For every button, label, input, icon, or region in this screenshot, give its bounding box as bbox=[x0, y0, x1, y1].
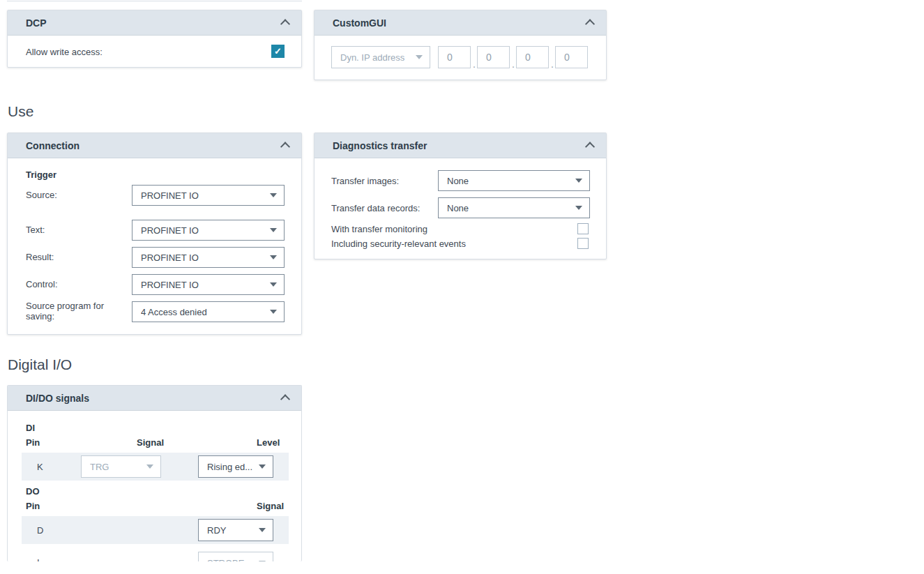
device-settings-page: DCP Allow write access: ✓ CustomGUI Dyn.… bbox=[0, 0, 924, 574]
do-row-pin: D bbox=[37, 525, 43, 536]
control-dropdown[interactable]: PROFINET IO bbox=[132, 274, 285, 295]
source-label: Source: bbox=[26, 190, 57, 200]
dido-panel-title: DI/DO signals bbox=[26, 393, 89, 404]
text-label: Text: bbox=[26, 225, 45, 235]
source-program-value: 4 Access denied bbox=[141, 307, 264, 317]
di-col-pin: Pin bbox=[26, 437, 40, 448]
di-level-dropdown[interactable]: Rising ed... bbox=[198, 455, 273, 478]
source-program-dropdown[interactable]: 4 Access denied bbox=[132, 301, 285, 322]
ip-mode-value: Dyn. IP address bbox=[340, 52, 410, 63]
security-events-label: Including security-relevant events bbox=[331, 239, 466, 249]
do-group-label: DO bbox=[26, 486, 40, 497]
chevron-down-icon bbox=[575, 206, 582, 210]
chevron-down-icon bbox=[270, 193, 277, 197]
ip-dot-separator: . bbox=[512, 59, 515, 70]
dcp-panel: DCP Allow write access: ✓ bbox=[7, 10, 302, 68]
customgui-panel: CustomGUI Dyn. IP address 0 . 0 . 0 . 0 bbox=[314, 10, 607, 80]
transfer-monitoring-label: With transfer monitoring bbox=[331, 224, 427, 234]
do-col-signal: Signal bbox=[257, 501, 284, 511]
dido-panel-body: DI Pin Signal Level K TRG Rising ed... D… bbox=[8, 411, 301, 561]
di-col-level: Level bbox=[257, 437, 280, 448]
collapse-chevron-up-icon[interactable] bbox=[280, 19, 290, 29]
use-section-heading: Use bbox=[8, 103, 33, 120]
dido-signals-panel: DI/DO signals DI Pin Signal Level K TRG … bbox=[7, 385, 302, 561]
di-signal-dropdown[interactable]: TRG bbox=[81, 455, 161, 478]
trigger-group-label: Trigger bbox=[26, 169, 56, 180]
customgui-panel-header[interactable]: CustomGUI bbox=[315, 10, 606, 36]
chevron-down-icon bbox=[259, 528, 266, 532]
diagnostics-panel-header[interactable]: Diagnostics transfer bbox=[315, 133, 606, 158]
customgui-panel-body: Dyn. IP address 0 . 0 . 0 . 0 bbox=[315, 36, 606, 80]
di-level-value: Rising ed... bbox=[207, 462, 253, 472]
transfer-data-records-dropdown[interactable]: None bbox=[438, 197, 590, 218]
do-signal-value: STROBE bbox=[207, 558, 253, 562]
diagnostics-panel-body: Transfer images: None Transfer data reco… bbox=[315, 158, 606, 259]
di-group-label: DI bbox=[26, 423, 35, 433]
source-value: PROFINET IO bbox=[141, 190, 264, 201]
chevron-down-icon bbox=[270, 282, 277, 287]
do-col-pin: Pin bbox=[26, 501, 40, 511]
ip-octet-4-input[interactable]: 0 bbox=[555, 46, 588, 68]
chevron-down-icon bbox=[270, 228, 277, 232]
source-dropdown[interactable]: PROFINET IO bbox=[132, 185, 285, 206]
clipped-panel-above-edge bbox=[7, 0, 302, 1]
di-signal-value: TRG bbox=[90, 462, 141, 472]
dcp-panel-title: DCP bbox=[26, 17, 47, 29]
chevron-down-icon bbox=[259, 561, 266, 561]
customgui-panel-title: CustomGUI bbox=[333, 17, 386, 29]
source-program-label: Source program for saving: bbox=[26, 301, 129, 322]
chevron-down-icon bbox=[146, 465, 153, 469]
do-signal-dropdown[interactable]: STROBE bbox=[198, 552, 273, 561]
result-label: Result: bbox=[26, 252, 54, 262]
dcp-panel-header[interactable]: DCP bbox=[8, 10, 301, 36]
di-col-signal: Signal bbox=[137, 437, 164, 448]
diagnostics-transfer-panel: Diagnostics transfer Transfer images: No… bbox=[314, 133, 607, 259]
connection-panel-title: Connection bbox=[26, 140, 79, 151]
collapse-chevron-up-icon[interactable] bbox=[585, 142, 595, 151]
transfer-images-dropdown[interactable]: None bbox=[438, 170, 590, 191]
diagnostics-panel-title: Diagnostics transfer bbox=[333, 140, 427, 151]
control-label: Control: bbox=[26, 279, 58, 289]
chevron-down-icon bbox=[270, 310, 277, 314]
digital-io-section-heading: Digital I/O bbox=[8, 356, 72, 373]
allow-write-access-label: Allow write access: bbox=[26, 47, 103, 57]
ip-mode-dropdown[interactable]: Dyn. IP address bbox=[331, 46, 430, 68]
security-events-checkbox[interactable] bbox=[577, 238, 589, 249]
do-signal-value: RDY bbox=[207, 525, 253, 536]
connection-panel: Connection Trigger Source: PROFINET IO T… bbox=[7, 133, 302, 335]
do-row-pin: I bbox=[37, 557, 40, 561]
text-value: PROFINET IO bbox=[141, 225, 264, 236]
ip-dot-separator: . bbox=[473, 59, 476, 70]
di-row-pin: K bbox=[37, 462, 43, 472]
do-signal-dropdown[interactable]: RDY bbox=[198, 519, 273, 541]
text-dropdown[interactable]: PROFINET IO bbox=[132, 220, 285, 241]
result-dropdown[interactable]: PROFINET IO bbox=[132, 247, 285, 268]
dcp-panel-body: Allow write access: ✓ bbox=[8, 36, 301, 67]
collapse-chevron-up-icon[interactable] bbox=[585, 19, 595, 29]
ip-octet-3-input[interactable]: 0 bbox=[516, 46, 549, 68]
result-value: PROFINET IO bbox=[141, 252, 264, 263]
transfer-data-records-label: Transfer data records: bbox=[331, 203, 420, 213]
collapse-chevron-up-icon[interactable] bbox=[280, 142, 290, 151]
connection-panel-header[interactable]: Connection bbox=[8, 133, 301, 158]
control-value: PROFINET IO bbox=[141, 280, 264, 290]
ip-octet-2-input[interactable]: 0 bbox=[477, 46, 510, 68]
transfer-data-records-value: None bbox=[447, 203, 570, 213]
chevron-down-icon bbox=[259, 465, 266, 469]
collapse-chevron-up-icon[interactable] bbox=[280, 394, 290, 404]
ip-dot-separator: . bbox=[551, 59, 554, 70]
allow-write-access-checkbox[interactable]: ✓ bbox=[271, 45, 285, 58]
chevron-down-icon bbox=[270, 255, 277, 259]
checkmark-icon: ✓ bbox=[274, 46, 282, 56]
chevron-down-icon bbox=[575, 179, 582, 183]
transfer-images-label: Transfer images: bbox=[331, 176, 399, 186]
connection-panel-body: Trigger Source: PROFINET IO Text: PROFIN… bbox=[8, 158, 301, 334]
ip-octet-1-input[interactable]: 0 bbox=[438, 46, 471, 68]
dido-panel-header[interactable]: DI/DO signals bbox=[8, 386, 301, 411]
chevron-down-icon bbox=[416, 55, 423, 59]
transfer-images-value: None bbox=[447, 176, 570, 186]
transfer-monitoring-checkbox[interactable] bbox=[577, 223, 589, 234]
